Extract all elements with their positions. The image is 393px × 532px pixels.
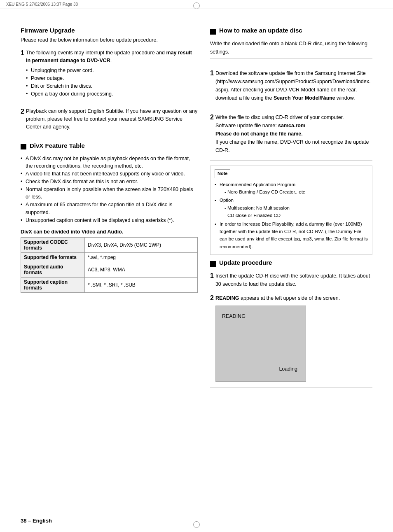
- divx-bullet: Check the DivX disc format as this is no…: [21, 178, 198, 186]
- samca-bold: samca.rom: [278, 123, 305, 128]
- divx-bullet: Unsupported caption content will be disp…: [21, 217, 198, 224]
- bullet-item: Unplugging the power cord.: [26, 67, 198, 75]
- update-step1-row: 1 Insert the update CD-R disc with the s…: [210, 272, 372, 288]
- divx-bullets: A DivX disc may not be playable as playb…: [21, 155, 198, 224]
- how-to-make-intro: Write the downloaded file onto a blank C…: [210, 40, 372, 56]
- step1-bold: may result in permanent damage to DVD-VC…: [26, 50, 192, 63]
- table-cell-value: DivX3, DivX4, DivX5 (GMC 1WP): [85, 238, 198, 253]
- how-step1-number: 1: [210, 69, 214, 102]
- divider-4: [210, 160, 372, 161]
- divider-1: [21, 137, 198, 137]
- how-to-step2: 2 Write the file to disc using CD-R driv…: [210, 113, 372, 154]
- table-cell-value: * .SMI, * .SRT, * .SUB: [85, 278, 198, 293]
- divx-bullet: A DivX disc may not be playable as playb…: [21, 155, 198, 170]
- how-to-make-section: How to make an update disc Write the dow…: [210, 27, 372, 59]
- how-step2-content: Write the file to disc using CD-R driver…: [215, 113, 372, 154]
- firmware-step2: 2 Playback can only support English Subt…: [21, 107, 198, 131]
- black-box-icon: [21, 144, 26, 149]
- table-cell-header: Supported CODEC formats: [21, 238, 85, 253]
- do-not-change-bold: Please do not change the file name.: [215, 131, 303, 137]
- step1-text: The following events may interrupt the u…: [26, 50, 192, 63]
- update-step1-content: Insert the update CD-R disc with the sof…: [215, 272, 372, 288]
- divx-bullet: A maximum of 65 characters for the capti…: [21, 201, 198, 217]
- step-row-2: 2 Write the file to disc using CD-R driv…: [210, 113, 372, 154]
- note-sub-item: - CD close or Finalized CD: [220, 212, 368, 219]
- note-label: Note: [215, 169, 230, 178]
- main-content: Firmware Upgrade Please read the below i…: [21, 27, 372, 393]
- table-cell-value: *.avi, *.mpeg: [85, 253, 198, 262]
- table-cell-header: Supported audio formats: [21, 262, 85, 278]
- note-item: Recommended Application Program - Nero B…: [215, 181, 368, 196]
- circle-bottom-marker: [193, 521, 200, 528]
- page-container: XEU ENG 5 27/02/2006 13:37 Page 38 Firmw…: [0, 0, 393, 532]
- header-bar: XEU ENG 5 27/02/2006 13:37 Page 38: [0, 0, 393, 9]
- page-footer: 38 – English: [21, 518, 52, 524]
- table-row: Supported CODEC formats DivX3, DivX4, Di…: [21, 238, 198, 253]
- update-step2-text: appears at the left upper side of the sc…: [239, 295, 340, 301]
- divx-bullet: A video file that has not been interleav…: [21, 170, 198, 178]
- divx-section: DivX Feature Table A DivX disc may not b…: [21, 142, 198, 293]
- update-procedure-section: Update procedure 1 Insert the update CD-…: [210, 259, 372, 388]
- table-row: Supported file formats *.avi, *.mpeg: [21, 253, 198, 262]
- note-sub-item: - Multisession; No Multisession: [220, 204, 368, 212]
- screen-reading-text: READING: [222, 312, 246, 320]
- table-row: Supported audio formats AC3, MP3, WMA: [21, 262, 198, 278]
- search-model-bold: Search Your Model/Name: [274, 95, 335, 101]
- update-step2-row: 2 READING appears at the left upper side…: [210, 294, 372, 382]
- black-box-icon-2: [210, 29, 216, 35]
- table-cell-value: AC3, MP3, WMA: [85, 262, 198, 278]
- page-label: 38 – English: [21, 518, 52, 524]
- note-item: Option - Multisession; No Multisession -…: [215, 196, 368, 219]
- table-cell-header: Supported caption formats: [21, 278, 85, 293]
- divider-5: [210, 387, 372, 388]
- how-step1-content: Download the software update file from t…: [215, 69, 372, 102]
- divider-2: [210, 64, 372, 64]
- step1-bullets: Unplugging the power cord. Power outage.…: [26, 67, 198, 98]
- step2-content: Playback can only support English Subtit…: [26, 107, 198, 131]
- update-procedure-title: Update procedure: [219, 259, 272, 266]
- update-step2: 2 READING appears at the left upper side…: [210, 294, 372, 382]
- update-step2-number: 2: [210, 294, 214, 382]
- table-cell-header: Supported file formats: [21, 253, 85, 262]
- firmware-title: Firmware Upgrade: [21, 27, 198, 34]
- divx-title: DivX Feature Table: [30, 142, 85, 149]
- black-box-icon-3: [210, 261, 216, 267]
- firmware-step1: 1 The following events may interrupt the…: [21, 49, 198, 103]
- divx-bullet: Normal operation is only possible when t…: [21, 186, 198, 201]
- bullet-item: Open a tray door during processing.: [26, 90, 198, 98]
- note-list: Recommended Application Program - Nero B…: [215, 181, 368, 251]
- update-step1-number: 1: [210, 272, 214, 288]
- divx-divider-label: DivX can be divided into Video and Audio…: [21, 229, 198, 235]
- update-step2-content: READING appears at the left upper side o…: [215, 294, 340, 382]
- screen-loading-text: Loading: [279, 365, 297, 373]
- firmware-intro: Please read the below information before…: [21, 36, 198, 44]
- header-text: XEU ENG 5 27/02/2006 13:37 Page 38: [6, 2, 78, 7]
- step1-number: 1: [21, 49, 24, 103]
- table-row: Supported caption formats * .SMI, * .SRT…: [21, 278, 198, 293]
- screen-display: READING Loading: [215, 306, 306, 382]
- update-title-row: Update procedure: [210, 259, 372, 268]
- bullet-item: Power outage.: [26, 75, 198, 82]
- step2-number: 2: [21, 107, 24, 131]
- how-to-make-title-row: How to make an update disc: [210, 27, 372, 36]
- note-box: Note Recommended Application Program - N…: [210, 166, 372, 255]
- divx-title-row: DivX Feature Table: [21, 142, 198, 152]
- circle-top-marker: [193, 2, 200, 9]
- codec-table: Supported CODEC formats DivX3, DivX4, Di…: [21, 237, 198, 293]
- bullet-item: Dirt or Scratch in the discs.: [26, 82, 198, 90]
- how-step2-number: 2: [210, 113, 214, 154]
- left-column: Firmware Upgrade Please read the below i…: [21, 27, 198, 393]
- step1-content: The following events may interrupt the u…: [26, 49, 198, 103]
- right-column: How to make an update disc Write the dow…: [210, 27, 372, 393]
- step-row: 1 Download the software update file from…: [210, 69, 372, 102]
- how-to-step1: 1 Download the software update file from…: [210, 69, 372, 102]
- header-label: XEU ENG 5 27/02/2006 13:37 Page 38: [6, 2, 78, 7]
- divider-3: [210, 108, 372, 108]
- update-step1: 1 Insert the update CD-R disc with the s…: [210, 272, 372, 288]
- note-item: In order to increase Disc Playability, a…: [215, 220, 368, 251]
- how-to-make-title: How to make an update disc: [219, 27, 302, 34]
- reading-bold: READING: [215, 295, 239, 301]
- firmware-section: Firmware Upgrade Please read the below i…: [21, 27, 198, 131]
- note-sub-item: - Nero Burning / Easy CD Creator.. etc: [220, 188, 368, 196]
